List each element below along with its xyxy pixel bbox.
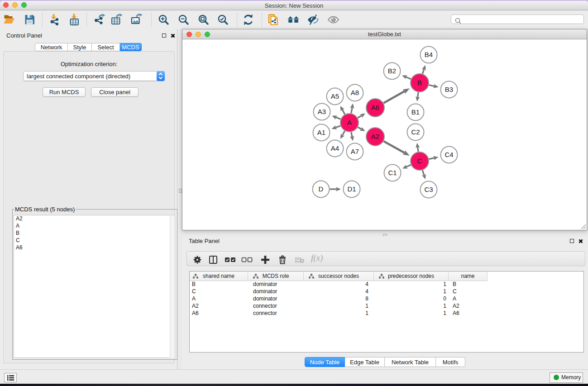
- svg-text:B3: B3: [445, 86, 453, 93]
- svg-text:C3: C3: [424, 186, 433, 193]
- svg-text:B2: B2: [388, 67, 396, 75]
- svg-text:C: C: [417, 157, 422, 165]
- svg-text:D: D: [319, 185, 324, 193]
- svg-text:A5: A5: [331, 92, 339, 100]
- svg-text:A1: A1: [317, 129, 325, 136]
- svg-text:B1: B1: [411, 108, 420, 116]
- svg-text:B4: B4: [425, 51, 433, 58]
- svg-text:C4: C4: [445, 151, 453, 158]
- svg-text:A7: A7: [351, 148, 359, 155]
- svg-text:A4: A4: [331, 144, 339, 152]
- svg-text:C2: C2: [411, 128, 420, 136]
- svg-text:A6: A6: [371, 104, 379, 111]
- svg-text:A8: A8: [351, 89, 359, 96]
- svg-text:A: A: [347, 119, 352, 126]
- svg-text:A3: A3: [318, 108, 326, 115]
- svg-text:D1: D1: [347, 185, 356, 193]
- svg-text:B: B: [417, 79, 422, 86]
- svg-text:C1: C1: [388, 169, 397, 176]
- svg-text:A2: A2: [371, 133, 379, 140]
